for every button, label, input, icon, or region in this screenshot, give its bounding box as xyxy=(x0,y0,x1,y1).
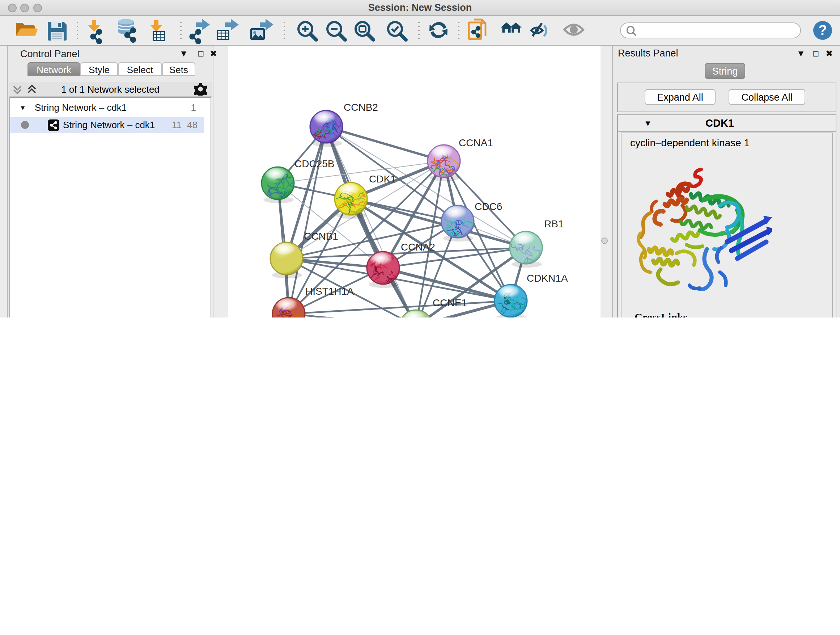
svg-text:RB1: RB1 xyxy=(544,218,564,230)
svg-text:CCNA2: CCNA2 xyxy=(401,241,435,253)
svg-text:CDC6: CDC6 xyxy=(475,201,502,212)
svg-text:CCNB1: CCNB1 xyxy=(304,231,338,242)
svg-text:CDC25B: CDC25B xyxy=(294,158,334,169)
svg-text:CCNB2: CCNB2 xyxy=(344,102,378,113)
svg-text:HIST1H1A: HIST1H1A xyxy=(305,286,354,297)
svg-text:CDK1: CDK1 xyxy=(369,173,396,185)
svg-text:CCNA1: CCNA1 xyxy=(459,137,493,149)
svg-text:?: ? xyxy=(818,22,827,38)
svg-text:CCNE1: CCNE1 xyxy=(433,297,467,309)
svg-text:CDKN1A: CDKN1A xyxy=(527,272,568,284)
